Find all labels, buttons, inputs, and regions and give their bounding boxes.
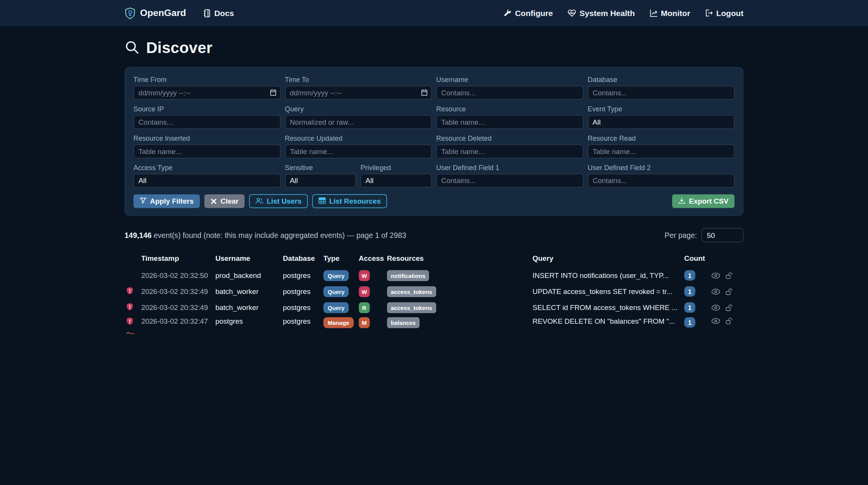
nav-system-health-label: System Health: [579, 8, 635, 17]
table-row: 2026-03-02 20:32:50 prod_backend postgre…: [125, 267, 744, 283]
resource-updated-label: Resource Updated: [285, 135, 432, 142]
nav-configure-label: Configure: [515, 8, 553, 17]
header-access: Access: [359, 254, 387, 262]
filter-resource-updated: Resource Updated: [285, 135, 432, 158]
type-badge: Query: [323, 286, 349, 297]
header-timestamp: Timestamp: [141, 254, 215, 262]
type-badge: Manage: [323, 317, 354, 328]
header-type: Type: [323, 254, 359, 262]
results-summary-text: event(s) found (note: this may include a…: [151, 231, 406, 239]
nav-system-health[interactable]: System Health: [567, 8, 635, 17]
access-badge: R: [359, 302, 370, 313]
download-icon: [678, 197, 686, 206]
resource-read-input[interactable]: [588, 145, 735, 158]
header-count: Count: [684, 254, 707, 262]
events-table: Timestamp Username Database Type Access …: [125, 251, 744, 334]
resource-badge: balances: [387, 317, 420, 328]
per-page-control: Per page:: [664, 228, 743, 242]
table-icon: [318, 197, 326, 206]
type-badge: Query: [323, 270, 349, 281]
event-timestamp: 2026-03-02 20:32:49: [141, 303, 215, 312]
privileged-select[interactable]: All: [360, 174, 432, 188]
event-database: postgres: [283, 303, 323, 312]
count-badge: 1: [684, 317, 695, 328]
event-query: SELECT id FROM access_tokens WHERE ...: [532, 303, 684, 312]
nav-logout[interactable]: Logout: [705, 8, 744, 17]
resource-deleted-input[interactable]: [436, 145, 583, 158]
event-type-label: Event Type: [588, 105, 735, 113]
nav-logout-label: Logout: [716, 8, 743, 17]
time-from-label: Time From: [133, 76, 280, 84]
unlock-icon[interactable]: [725, 304, 733, 311]
source-ip-input[interactable]: [133, 115, 280, 129]
filter-resource-deleted: Resource Deleted: [436, 135, 583, 158]
udf2-label: User Defined Field 2: [588, 164, 735, 172]
export-csv-button[interactable]: Export CSV: [672, 194, 735, 208]
resource-updated-input[interactable]: [285, 145, 432, 158]
list-users-button[interactable]: List Users: [249, 194, 308, 208]
udf1-input[interactable]: [436, 174, 583, 188]
event-username: postgres: [215, 317, 283, 326]
heart-pulse-icon: [567, 9, 576, 17]
unlock-icon[interactable]: [725, 271, 733, 279]
query-label: Query: [285, 105, 432, 113]
access-type-select[interactable]: All: [133, 174, 280, 188]
sensitive-shield-icon: [126, 317, 133, 327]
list-resources-label: List Resources: [329, 197, 381, 206]
header-query: Query: [532, 254, 684, 262]
view-event-icon[interactable]: [711, 272, 720, 278]
event-database: postgres: [283, 317, 323, 326]
resource-label: Resource: [436, 105, 583, 113]
users-icon: [255, 197, 264, 206]
resource-inserted-input[interactable]: [133, 145, 280, 158]
access-badge: M: [359, 317, 370, 328]
nav-docs[interactable]: Docs: [203, 8, 234, 17]
table-row: 2026-03-02 20:32:47 postgres postgres Ma…: [125, 315, 744, 334]
event-timestamp: 2026-03-02 20:32:47: [141, 317, 215, 326]
event-timestamp: 2026-03-02 20:32:50: [141, 271, 215, 279]
filter-resource-inserted: Resource Inserted: [133, 135, 280, 158]
filter-time-from: Time From: [133, 76, 280, 100]
app-root: OpenGard Docs: [0, 0, 868, 334]
shield-logo-icon: [125, 7, 136, 19]
header-username: Username: [215, 254, 283, 262]
nav-configure[interactable]: Configure: [503, 8, 553, 17]
unlock-icon[interactable]: [725, 317, 733, 325]
username-input[interactable]: [436, 86, 583, 100]
event-type-select[interactable]: All: [588, 115, 735, 129]
nav-monitor[interactable]: Monitor: [649, 8, 690, 17]
table-row: 2026-03-02 20:32:49 batch_worker postgre…: [125, 283, 744, 299]
unlock-icon[interactable]: [725, 287, 733, 295]
page-header: Discover: [125, 39, 744, 57]
resource-input[interactable]: [436, 115, 583, 129]
list-resources-button[interactable]: List Resources: [312, 194, 387, 208]
filter-resource: Resource: [436, 105, 583, 129]
apply-filters-button[interactable]: Apply Filters: [133, 194, 200, 208]
source-ip-label: Source IP: [133, 105, 280, 113]
per-page-input[interactable]: [701, 228, 743, 242]
database-input[interactable]: [588, 86, 735, 100]
view-event-icon[interactable]: [711, 288, 720, 295]
filter-event-type: Event Type All: [588, 105, 735, 129]
export-csv-label: Export CSV: [689, 197, 728, 206]
privileged-label: Privileged: [360, 164, 432, 172]
sensitive-shield-icon: [126, 302, 133, 312]
time-to-input[interactable]: [285, 86, 432, 100]
view-event-icon[interactable]: [711, 304, 720, 311]
time-from-input[interactable]: [133, 86, 280, 100]
query-input[interactable]: [285, 115, 432, 129]
view-event-icon[interactable]: [711, 318, 720, 324]
resource-badge: access_tokens: [387, 286, 436, 297]
brand-link[interactable]: OpenGard: [125, 7, 186, 19]
access-type-label: Access Type: [133, 164, 280, 172]
event-database: postgres: [283, 287, 323, 295]
udf2-input[interactable]: [588, 174, 735, 188]
per-page-label: Per page:: [664, 231, 697, 239]
filter-source-ip: Source IP: [133, 105, 280, 129]
sensitive-select[interactable]: All: [285, 174, 356, 188]
filter-query: Query: [285, 105, 432, 129]
nav-monitor-label: Monitor: [661, 8, 690, 17]
results-bar: 149,146 event(s) found (note: this may i…: [125, 228, 744, 242]
logout-icon: [705, 9, 713, 17]
clear-button[interactable]: ✕ Clear: [204, 194, 244, 208]
